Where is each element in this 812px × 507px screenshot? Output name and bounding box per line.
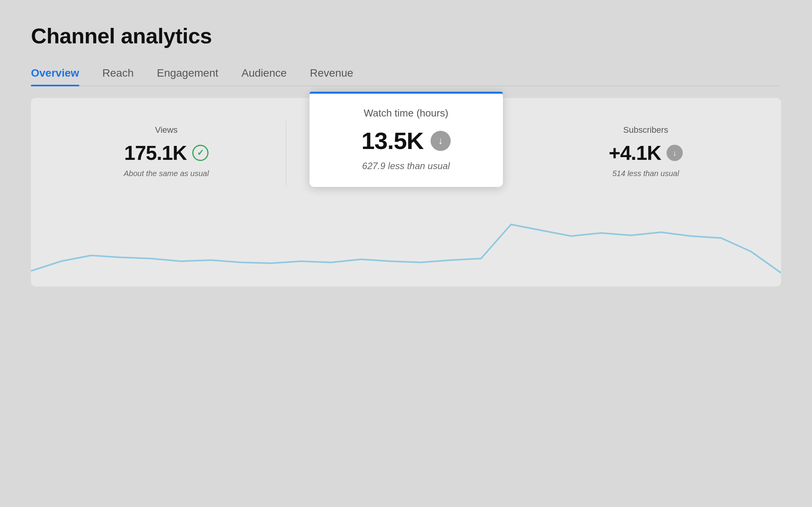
metric-card-views: Views 175.1K ✓ About the same as usual [46, 113, 286, 194]
tabs-nav: Overview Reach Engagement Audience Reven… [31, 67, 781, 86]
chart-svg [31, 201, 781, 286]
metrics-section: Views 175.1K ✓ About the same as usual W… [31, 98, 781, 286]
views-value: 175.1K [124, 141, 187, 164]
tooltip-watch-time-note: 627.9 less than usual [333, 161, 480, 171]
subscribers-value: +4.1K [609, 141, 661, 164]
chart-line [31, 224, 781, 273]
metric-card-subscribers: Subscribers +4.1K ↓ 514 less than usual [526, 113, 766, 194]
views-note: About the same as usual [62, 169, 271, 178]
metrics-wrapper: Views 175.1K ✓ About the same as usual W… [31, 98, 781, 194]
chart-area [31, 201, 781, 286]
checkmark-icon: ✓ [197, 148, 204, 158]
arrow-down-icon: ↓ [673, 149, 677, 158]
subscribers-value-row: +4.1K ↓ [541, 141, 750, 164]
views-badge: ✓ [192, 145, 209, 161]
tooltip-value-row: 13.5K ↓ [333, 127, 480, 154]
views-label: Views [62, 125, 271, 135]
tab-revenue[interactable]: Revenue [310, 67, 353, 86]
tab-audience[interactable]: Audience [241, 67, 287, 86]
page-title: Channel analytics [31, 23, 781, 48]
subscribers-note: 514 less than usual [541, 169, 750, 178]
views-value-row: 175.1K ✓ [62, 141, 271, 164]
tooltip-down-badge: ↓ [431, 131, 451, 151]
subscribers-label: Subscribers [541, 125, 750, 135]
tooltip-arrow-down-icon: ↓ [438, 135, 443, 147]
tooltip-watch-time-label: Watch time (hours) [333, 107, 480, 119]
tooltip-watch-time-value: 13.5K [361, 127, 423, 154]
subscribers-badge: ↓ [667, 145, 683, 161]
tab-reach[interactable]: Reach [103, 67, 134, 86]
watch-time-tooltip: Watch time (hours) 13.5K ↓ 627.9 less th… [309, 92, 503, 187]
tab-engagement[interactable]: Engagement [157, 67, 218, 86]
tab-overview[interactable]: Overview [31, 67, 79, 86]
